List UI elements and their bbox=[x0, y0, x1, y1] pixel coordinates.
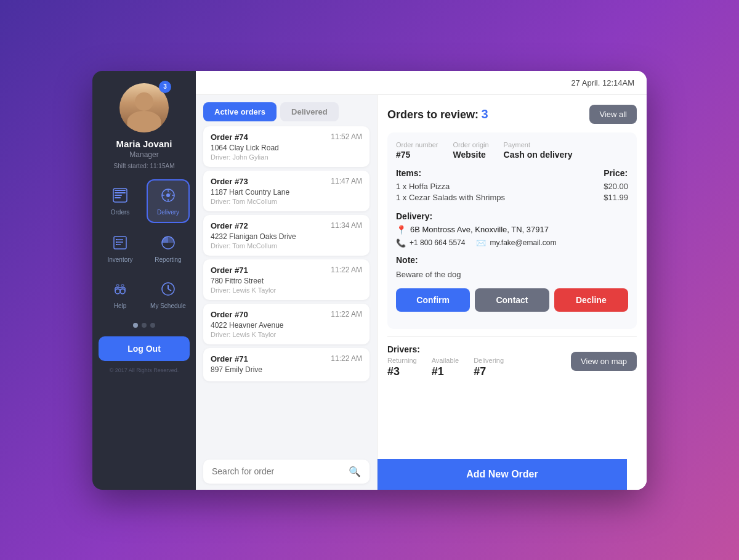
orders-label: Orders bbox=[111, 209, 130, 216]
svg-rect-15 bbox=[116, 239, 117, 240]
order-card-71b[interactable]: Order #71 11:22 AM 897 Emily Drive bbox=[203, 348, 370, 381]
view-all-button[interactable]: View all bbox=[589, 105, 637, 124]
svg-rect-1 bbox=[115, 192, 126, 193]
app-container: 3 Maria Jovani Manager Shift started: 11… bbox=[92, 71, 647, 490]
note-section: Note: Beware of the dog bbox=[396, 255, 628, 280]
order-address: 1187 Hart Country Lane bbox=[211, 188, 362, 197]
order-number: Order #73 bbox=[211, 177, 248, 186]
drivers-label: Drivers: bbox=[387, 344, 504, 354]
order-number: Order #70 bbox=[211, 310, 248, 319]
delivery-icon bbox=[160, 187, 177, 206]
contact-button[interactable]: Contact bbox=[475, 288, 549, 312]
svg-rect-2 bbox=[115, 195, 122, 196]
orders-panel: Active orders Delivered Order #74 11:52 … bbox=[196, 95, 378, 490]
stat-delivering: Delivering #7 bbox=[474, 357, 504, 378]
sidebar-item-schedule[interactable]: My Schedule bbox=[147, 274, 190, 315]
inventory-label: Inventory bbox=[107, 256, 132, 263]
confirm-button[interactable]: Confirm bbox=[396, 288, 470, 312]
copyright: © 2017 All Rights Reserved. bbox=[110, 367, 179, 373]
meta-order-number: Order number #75 bbox=[396, 141, 438, 160]
stat-available: Available #1 bbox=[432, 357, 459, 378]
order-driver: Driver: Lewis K Taylor bbox=[211, 286, 362, 294]
sidebar-item-orders[interactable]: Orders bbox=[99, 179, 142, 223]
content-body: Active orders Delivered Order #74 11:52 … bbox=[196, 95, 647, 490]
order-number: Order #71 bbox=[211, 354, 248, 363]
search-icon: 🔍 bbox=[349, 466, 361, 477]
svg-rect-26 bbox=[121, 285, 124, 286]
order-address: 897 Emily Drive bbox=[211, 365, 362, 374]
help-icon bbox=[111, 280, 129, 300]
email-icon: ✉️ bbox=[476, 238, 486, 248]
note-text: Beware of the dog bbox=[396, 270, 461, 279]
item-1: 1 x Hoffa Pizza bbox=[396, 182, 505, 191]
sidebar: 3 Maria Jovani Manager Shift started: 11… bbox=[92, 71, 196, 490]
order-time: 11:22 AM bbox=[331, 266, 362, 274]
sidebar-item-reporting[interactable]: Reporting bbox=[147, 228, 190, 269]
meta-payment: Payment Cash on delivery bbox=[504, 141, 573, 160]
order-driver: Driver: Tom McCollum bbox=[211, 242, 362, 250]
shift-info: Shift started: 11:15AM bbox=[114, 163, 175, 169]
view-map-button[interactable]: View on map bbox=[571, 352, 637, 371]
dot-1[interactable] bbox=[133, 323, 138, 328]
tab-active-orders[interactable]: Active orders bbox=[203, 102, 277, 121]
svg-rect-16 bbox=[116, 241, 117, 243]
orders-tabs: Active orders Delivered bbox=[196, 95, 377, 121]
orders-list: Order #74 11:52 AM 1064 Clay Lick Road D… bbox=[196, 121, 377, 453]
datetime: 27 April. 12:14AM bbox=[571, 78, 634, 87]
search-bar-wrap: 🔍 bbox=[196, 453, 377, 490]
order-driver: Driver: Lewis K Taylor bbox=[211, 331, 362, 338]
orders-icon bbox=[111, 187, 129, 206]
order-address: 780 Fittro Street bbox=[211, 277, 362, 285]
drivers-stats: Returning #3 Available #1 Delivering #7 bbox=[387, 357, 504, 378]
order-number: Order #72 bbox=[211, 221, 248, 230]
reporting-label: Reporting bbox=[155, 256, 181, 263]
sidebar-item-help[interactable]: Help bbox=[99, 274, 142, 315]
price-1: $20.00 bbox=[604, 182, 628, 191]
svg-line-29 bbox=[168, 289, 171, 291]
order-number: Order #74 bbox=[211, 132, 248, 142]
svg-rect-25 bbox=[116, 285, 119, 286]
svg-point-6 bbox=[166, 193, 170, 197]
inventory-icon bbox=[111, 234, 129, 254]
note-label: Note: bbox=[396, 255, 628, 265]
dot-2[interactable] bbox=[142, 323, 147, 328]
order-card-72[interactable]: Order #72 11:34 AM 4232 Flanigan Oaks Dr… bbox=[203, 215, 370, 256]
dot-3[interactable] bbox=[150, 323, 155, 328]
order-time: 11:22 AM bbox=[331, 310, 362, 319]
sidebar-item-delivery[interactable]: Delivery bbox=[147, 179, 190, 223]
items-section: Items: 1 x Hoffa Pizza 1 x Cezar Salads … bbox=[396, 168, 628, 204]
price-2: $11.99 bbox=[604, 193, 628, 202]
order-card-71a[interactable]: Order #71 11:22 AM 780 Fittro Street Dri… bbox=[203, 259, 370, 300]
order-card-73[interactable]: Order #73 11:47 AM 1187 Hart Country Lan… bbox=[203, 171, 370, 211]
meta-order-origin: Order origin Website bbox=[453, 141, 488, 160]
order-time: 11:34 AM bbox=[331, 221, 362, 230]
search-bar: 🔍 bbox=[203, 460, 370, 484]
tab-delivered[interactable]: Delivered bbox=[280, 102, 339, 121]
review-title: Orders to review: 3 bbox=[387, 107, 488, 121]
order-card-74[interactable]: Order #74 11:52 AM 1064 Clay Lick Road D… bbox=[203, 126, 370, 167]
order-card-70[interactable]: Order #70 11:22 AM 4022 Heavner Avenue D… bbox=[203, 304, 370, 344]
address-text: 6B Montross Ave, Knoxville, TN, 37917 bbox=[410, 225, 549, 234]
order-meta: Order number #75 Order origin Website Pa… bbox=[396, 141, 628, 160]
order-number: Order #71 bbox=[211, 266, 248, 275]
decline-button[interactable]: Decline bbox=[554, 288, 628, 312]
user-role: Manager bbox=[129, 150, 158, 159]
location-icon: 📍 bbox=[396, 225, 406, 235]
stat-returning: Returning #3 bbox=[387, 357, 417, 378]
delivery-label: Delivery bbox=[157, 209, 179, 216]
details-panel: Orders to review: 3 View all Order numbe… bbox=[378, 95, 647, 490]
user-name: Maria Jovani bbox=[116, 139, 172, 149]
order-address: 4232 Flanigan Oaks Drive bbox=[211, 232, 362, 241]
delivery-section: Delivery: 📍 6B Montross Ave, Knoxville, … bbox=[396, 211, 628, 248]
logout-button[interactable]: Log Out bbox=[99, 336, 190, 361]
items-label: Items: bbox=[396, 168, 505, 178]
add-order-button[interactable]: Add New Order bbox=[378, 459, 627, 490]
phone-text: +1 800 664 5574 bbox=[410, 238, 465, 247]
svg-rect-17 bbox=[116, 244, 117, 245]
help-label: Help bbox=[114, 302, 127, 309]
svg-rect-0 bbox=[115, 190, 126, 191]
nav-grid: Orders Delivery bbox=[99, 179, 190, 315]
search-input[interactable] bbox=[212, 466, 349, 476]
divider bbox=[387, 336, 637, 337]
sidebar-item-inventory[interactable]: Inventory bbox=[99, 228, 142, 269]
